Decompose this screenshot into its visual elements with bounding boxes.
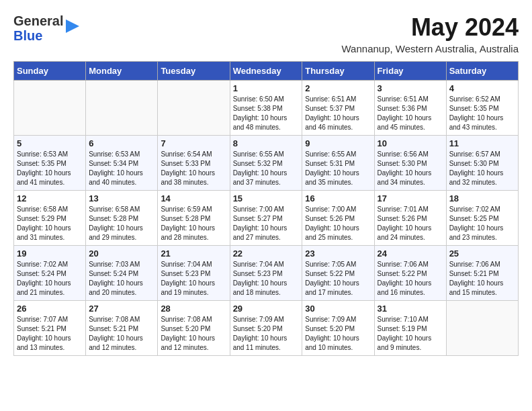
calendar-week-1: 1Sunrise: 6:50 AMSunset: 5:38 PMDaylight… — [14, 81, 519, 136]
cell-content: Sunrise: 6:58 AMSunset: 5:28 PMDaylight:… — [89, 205, 154, 242]
day-number: 15 — [233, 193, 300, 203]
cell-content: Sunrise: 7:02 AMSunset: 5:24 PMDaylight:… — [17, 260, 83, 298]
weekday-header-row: SundayMondayTuesdayWednesdayThursdayFrid… — [14, 62, 519, 81]
day-number: 22 — [233, 248, 300, 259]
cell-content: Sunrise: 7:06 AMSunset: 5:22 PMDaylight:… — [378, 260, 443, 298]
day-number: 4 — [449, 83, 515, 93]
calendar-cell: 12Sunrise: 6:58 AMSunset: 5:29 PMDayligh… — [14, 191, 86, 246]
calendar-cell: 20Sunrise: 7:03 AMSunset: 5:24 PMDayligh… — [86, 246, 158, 301]
calendar-cell: 14Sunrise: 6:59 AMSunset: 5:28 PMDayligh… — [158, 191, 230, 246]
svg-marker-0 — [66, 19, 79, 33]
day-number: 24 — [378, 248, 443, 259]
day-number: 29 — [233, 304, 300, 314]
calendar-cell: 19Sunrise: 7:02 AMSunset: 5:24 PMDayligh… — [14, 246, 86, 301]
day-number: 25 — [449, 248, 515, 259]
calendar-cell: 18Sunrise: 7:02 AMSunset: 5:25 PMDayligh… — [446, 191, 518, 246]
cell-content: Sunrise: 6:53 AMSunset: 5:35 PMDaylight:… — [17, 150, 83, 187]
calendar-cell: 29Sunrise: 7:09 AMSunset: 5:20 PMDayligh… — [230, 301, 302, 356]
day-number: 31 — [378, 304, 443, 314]
calendar-week-3: 12Sunrise: 6:58 AMSunset: 5:29 PMDayligh… — [14, 191, 519, 246]
calendar-cell: 27Sunrise: 7:08 AMSunset: 5:21 PMDayligh… — [86, 301, 158, 356]
logo-arrow-icon — [66, 14, 79, 37]
cell-content: Sunrise: 6:51 AMSunset: 5:37 PMDaylight:… — [305, 95, 371, 132]
day-number: 17 — [378, 193, 443, 203]
day-number: 9 — [305, 138, 371, 148]
calendar-cell: 22Sunrise: 7:04 AMSunset: 5:23 PMDayligh… — [230, 246, 302, 301]
cell-content: Sunrise: 7:06 AMSunset: 5:21 PMDaylight:… — [449, 260, 515, 298]
weekday-header-tuesday: Tuesday — [158, 62, 230, 81]
day-number: 12 — [17, 193, 83, 203]
weekday-header-thursday: Thursday — [302, 62, 374, 81]
day-number: 14 — [161, 193, 226, 203]
calendar-cell — [158, 81, 230, 136]
logo-general-text: General — [13, 13, 63, 28]
calendar-cell: 8Sunrise: 6:55 AMSunset: 5:32 PMDaylight… — [230, 136, 302, 191]
day-number: 8 — [233, 138, 300, 148]
page-header: General Blue May 2024 Wannanup, Western … — [13, 13, 519, 54]
day-number: 7 — [161, 138, 226, 148]
location-subtitle: Wannanup, Western Australia, Australia — [342, 43, 519, 54]
day-number: 1 — [233, 83, 300, 93]
day-number: 30 — [305, 304, 371, 314]
cell-content: Sunrise: 6:50 AMSunset: 5:38 PMDaylight:… — [233, 95, 300, 132]
day-number: 28 — [161, 304, 226, 314]
day-number: 23 — [305, 248, 371, 259]
day-number: 5 — [17, 138, 83, 148]
day-number: 27 — [89, 304, 154, 314]
cell-content: Sunrise: 7:10 AMSunset: 5:19 PMDaylight:… — [378, 315, 443, 353]
calendar-cell: 13Sunrise: 6:58 AMSunset: 5:28 PMDayligh… — [86, 191, 158, 246]
cell-content: Sunrise: 7:00 AMSunset: 5:27 PMDaylight:… — [233, 205, 300, 242]
cell-content: Sunrise: 7:03 AMSunset: 5:24 PMDaylight:… — [89, 260, 154, 298]
calendar-cell: 9Sunrise: 6:55 AMSunset: 5:31 PMDaylight… — [302, 136, 374, 191]
cell-content: Sunrise: 6:55 AMSunset: 5:32 PMDaylight:… — [233, 150, 300, 187]
cell-content: Sunrise: 7:09 AMSunset: 5:20 PMDaylight:… — [305, 315, 371, 353]
cell-content: Sunrise: 7:00 AMSunset: 5:26 PMDaylight:… — [305, 205, 371, 242]
calendar-cell: 10Sunrise: 6:56 AMSunset: 5:30 PMDayligh… — [374, 136, 446, 191]
month-year-title: May 2024 — [342, 13, 519, 42]
weekday-header-wednesday: Wednesday — [230, 62, 302, 81]
calendar-cell: 30Sunrise: 7:09 AMSunset: 5:20 PMDayligh… — [302, 301, 374, 356]
calendar-week-4: 19Sunrise: 7:02 AMSunset: 5:24 PMDayligh… — [14, 246, 519, 301]
cell-content: Sunrise: 6:55 AMSunset: 5:31 PMDaylight:… — [305, 150, 371, 187]
cell-content: Sunrise: 6:58 AMSunset: 5:29 PMDaylight:… — [17, 205, 83, 242]
calendar-cell: 15Sunrise: 7:00 AMSunset: 5:27 PMDayligh… — [230, 191, 302, 246]
calendar-cell: 25Sunrise: 7:06 AMSunset: 5:21 PMDayligh… — [446, 246, 518, 301]
calendar-cell: 7Sunrise: 6:54 AMSunset: 5:33 PMDaylight… — [158, 136, 230, 191]
weekday-header-sunday: Sunday — [14, 62, 86, 81]
calendar-cell: 2Sunrise: 6:51 AMSunset: 5:37 PMDaylight… — [302, 81, 374, 136]
day-number: 26 — [17, 304, 83, 314]
day-number: 11 — [449, 138, 515, 148]
calendar-week-5: 26Sunrise: 7:07 AMSunset: 5:21 PMDayligh… — [14, 301, 519, 356]
cell-content: Sunrise: 7:04 AMSunset: 5:23 PMDaylight:… — [233, 260, 300, 298]
title-block: May 2024 Wannanup, Western Australia, Au… — [342, 13, 519, 54]
cell-content: Sunrise: 7:07 AMSunset: 5:21 PMDaylight:… — [17, 315, 83, 353]
cell-content: Sunrise: 7:02 AMSunset: 5:25 PMDaylight:… — [449, 205, 515, 242]
day-number: 18 — [449, 193, 515, 203]
calendar-cell: 31Sunrise: 7:10 AMSunset: 5:19 PMDayligh… — [374, 301, 446, 356]
day-number: 3 — [378, 83, 443, 93]
day-number: 19 — [17, 248, 83, 259]
day-number: 13 — [89, 193, 154, 203]
cell-content: Sunrise: 6:57 AMSunset: 5:30 PMDaylight:… — [449, 150, 515, 187]
day-number: 6 — [89, 138, 154, 148]
calendar-cell: 3Sunrise: 6:51 AMSunset: 5:36 PMDaylight… — [374, 81, 446, 136]
calendar-cell — [14, 81, 86, 136]
calendar-cell: 1Sunrise: 6:50 AMSunset: 5:38 PMDaylight… — [230, 81, 302, 136]
cell-content: Sunrise: 6:53 AMSunset: 5:34 PMDaylight:… — [89, 150, 154, 187]
calendar-cell: 21Sunrise: 7:04 AMSunset: 5:23 PMDayligh… — [158, 246, 230, 301]
weekday-header-monday: Monday — [86, 62, 158, 81]
logo-blue-text: Blue — [13, 28, 63, 43]
calendar-cell: 23Sunrise: 7:05 AMSunset: 5:22 PMDayligh… — [302, 246, 374, 301]
calendar-cell — [86, 81, 158, 136]
calendar-cell: 4Sunrise: 6:52 AMSunset: 5:35 PMDaylight… — [446, 81, 518, 136]
calendar-table: SundayMondayTuesdayWednesdayThursdayFrid… — [13, 61, 519, 356]
logo: General Blue — [13, 13, 79, 43]
calendar-cell: 28Sunrise: 7:08 AMSunset: 5:20 PMDayligh… — [158, 301, 230, 356]
calendar-cell: 11Sunrise: 6:57 AMSunset: 5:30 PMDayligh… — [446, 136, 518, 191]
cell-content: Sunrise: 7:08 AMSunset: 5:21 PMDaylight:… — [89, 315, 154, 353]
calendar-cell: 5Sunrise: 6:53 AMSunset: 5:35 PMDaylight… — [14, 136, 86, 191]
cell-content: Sunrise: 7:05 AMSunset: 5:22 PMDaylight:… — [305, 260, 371, 298]
calendar-cell: 6Sunrise: 6:53 AMSunset: 5:34 PMDaylight… — [86, 136, 158, 191]
day-number: 21 — [161, 248, 226, 259]
calendar-cell: 16Sunrise: 7:00 AMSunset: 5:26 PMDayligh… — [302, 191, 374, 246]
